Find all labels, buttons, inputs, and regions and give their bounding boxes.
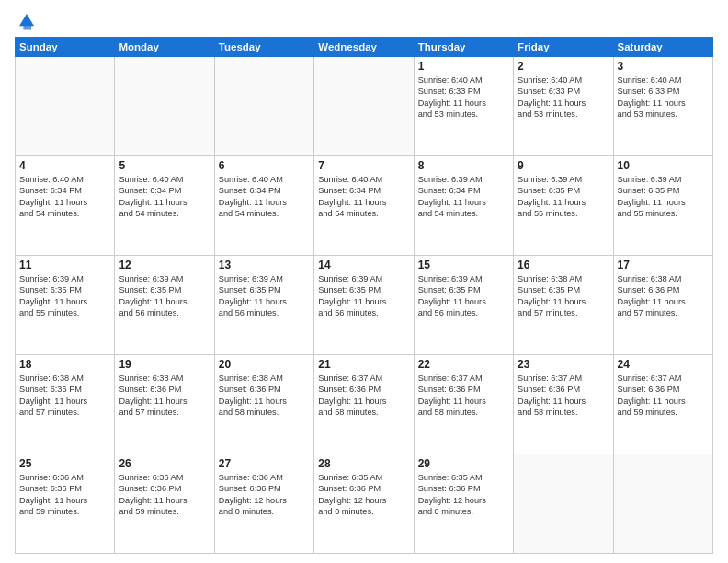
calendar-week-2: 4Sunrise: 6:40 AMSunset: 6:34 PMDaylight… — [16, 156, 713, 256]
day-number: 1 — [418, 60, 509, 73]
calendar-table: SundayMondayTuesdayWednesdayThursdayFrid… — [15, 37, 713, 554]
calendar-cell: 24Sunrise: 6:37 AMSunset: 6:36 PMDayligh… — [613, 355, 712, 454]
calendar-cell: 29Sunrise: 6:35 AMSunset: 6:36 PMDayligh… — [414, 454, 513, 554]
day-info: Sunrise: 6:40 AMSunset: 6:34 PMDaylight:… — [119, 174, 210, 220]
calendar-cell: 6Sunrise: 6:40 AMSunset: 6:34 PMDaylight… — [214, 156, 313, 256]
calendar-cell: 2Sunrise: 6:40 AMSunset: 6:33 PMDaylight… — [514, 57, 613, 156]
weekday-header-monday: Monday — [115, 38, 214, 57]
calendar-cell: 4Sunrise: 6:40 AMSunset: 6:34 PMDaylight… — [16, 156, 115, 256]
calendar-cell: 25Sunrise: 6:36 AMSunset: 6:36 PMDayligh… — [16, 454, 115, 554]
day-number: 29 — [418, 457, 509, 470]
calendar-cell: 12Sunrise: 6:39 AMSunset: 6:35 PMDayligh… — [115, 256, 214, 355]
day-info: Sunrise: 6:36 AMSunset: 6:36 PMDaylight:… — [119, 472, 210, 518]
weekday-header-friday: Friday — [514, 38, 613, 57]
weekday-header-thursday: Thursday — [414, 38, 513, 57]
calendar-cell — [314, 57, 414, 156]
day-info: Sunrise: 6:35 AMSunset: 6:36 PMDaylight:… — [418, 472, 509, 518]
day-info: Sunrise: 6:38 AMSunset: 6:36 PMDaylight:… — [219, 373, 310, 419]
day-info: Sunrise: 6:36 AMSunset: 6:36 PMDaylight:… — [19, 472, 110, 518]
day-info: Sunrise: 6:40 AMSunset: 6:33 PMDaylight:… — [618, 75, 709, 121]
day-info: Sunrise: 6:39 AMSunset: 6:35 PMDaylight:… — [418, 273, 509, 319]
weekday-header-tuesday: Tuesday — [214, 38, 313, 57]
day-number: 18 — [19, 358, 110, 371]
day-info: Sunrise: 6:35 AMSunset: 6:36 PMDaylight:… — [318, 472, 409, 518]
day-number: 22 — [418, 358, 509, 371]
calendar-cell — [16, 57, 115, 156]
day-number: 20 — [219, 358, 310, 371]
calendar-week-1: 1Sunrise: 6:40 AMSunset: 6:33 PMDaylight… — [16, 57, 713, 156]
calendar-cell: 22Sunrise: 6:37 AMSunset: 6:36 PMDayligh… — [414, 355, 513, 454]
day-info: Sunrise: 6:39 AMSunset: 6:35 PMDaylight:… — [518, 174, 609, 220]
day-number: 3 — [618, 60, 709, 73]
logo-icon — [17, 11, 37, 31]
day-number: 9 — [518, 159, 609, 172]
day-number: 16 — [518, 259, 609, 271]
day-info: Sunrise: 6:40 AMSunset: 6:34 PMDaylight:… — [19, 174, 110, 220]
calendar-cell — [613, 454, 712, 554]
weekday-header-saturday: Saturday — [613, 38, 712, 57]
day-number: 7 — [318, 159, 409, 172]
day-number: 4 — [19, 159, 110, 172]
day-number: 14 — [318, 259, 409, 271]
day-info: Sunrise: 6:40 AMSunset: 6:33 PMDaylight:… — [518, 75, 609, 121]
day-info: Sunrise: 6:39 AMSunset: 6:35 PMDaylight:… — [318, 273, 409, 319]
calendar-cell: 26Sunrise: 6:36 AMSunset: 6:36 PMDayligh… — [115, 454, 214, 554]
day-info: Sunrise: 6:39 AMSunset: 6:35 PMDaylight:… — [618, 174, 709, 220]
day-number: 11 — [19, 259, 110, 271]
day-number: 27 — [219, 457, 310, 470]
calendar-cell: 13Sunrise: 6:39 AMSunset: 6:35 PMDayligh… — [214, 256, 313, 355]
weekday-header-sunday: Sunday — [16, 38, 115, 57]
calendar-cell: 9Sunrise: 6:39 AMSunset: 6:35 PMDaylight… — [514, 156, 613, 256]
calendar-cell: 23Sunrise: 6:37 AMSunset: 6:36 PMDayligh… — [514, 355, 613, 454]
weekday-header-wednesday: Wednesday — [314, 38, 414, 57]
logo — [15, 11, 37, 31]
day-number: 13 — [219, 259, 310, 271]
calendar-cell: 11Sunrise: 6:39 AMSunset: 6:35 PMDayligh… — [16, 256, 115, 355]
calendar-week-5: 25Sunrise: 6:36 AMSunset: 6:36 PMDayligh… — [16, 454, 713, 554]
calendar-cell: 5Sunrise: 6:40 AMSunset: 6:34 PMDaylight… — [115, 156, 214, 256]
calendar-cell: 14Sunrise: 6:39 AMSunset: 6:35 PMDayligh… — [314, 256, 414, 355]
day-info: Sunrise: 6:37 AMSunset: 6:36 PMDaylight:… — [518, 373, 609, 419]
calendar-cell: 19Sunrise: 6:38 AMSunset: 6:36 PMDayligh… — [115, 355, 214, 454]
day-info: Sunrise: 6:39 AMSunset: 6:34 PMDaylight:… — [418, 174, 509, 220]
page-header — [15, 11, 713, 31]
day-number: 15 — [418, 259, 509, 271]
day-number: 24 — [618, 358, 709, 371]
day-info: Sunrise: 6:37 AMSunset: 6:36 PMDaylight:… — [418, 373, 509, 419]
day-info: Sunrise: 6:39 AMSunset: 6:35 PMDaylight:… — [219, 273, 310, 319]
day-info: Sunrise: 6:37 AMSunset: 6:36 PMDaylight:… — [318, 373, 409, 419]
day-info: Sunrise: 6:38 AMSunset: 6:36 PMDaylight:… — [119, 373, 210, 419]
calendar-cell: 17Sunrise: 6:38 AMSunset: 6:36 PMDayligh… — [613, 256, 712, 355]
calendar-cell: 18Sunrise: 6:38 AMSunset: 6:36 PMDayligh… — [16, 355, 115, 454]
weekday-header-row: SundayMondayTuesdayWednesdayThursdayFrid… — [16, 38, 713, 57]
day-number: 10 — [618, 159, 709, 172]
day-info: Sunrise: 6:39 AMSunset: 6:35 PMDaylight:… — [119, 273, 210, 319]
calendar-cell: 3Sunrise: 6:40 AMSunset: 6:33 PMDaylight… — [613, 57, 712, 156]
calendar-cell: 21Sunrise: 6:37 AMSunset: 6:36 PMDayligh… — [314, 355, 414, 454]
svg-marker-1 — [23, 23, 31, 29]
calendar-cell: 1Sunrise: 6:40 AMSunset: 6:33 PMDaylight… — [414, 57, 513, 156]
calendar-cell: 8Sunrise: 6:39 AMSunset: 6:34 PMDaylight… — [414, 156, 513, 256]
calendar-cell: 10Sunrise: 6:39 AMSunset: 6:35 PMDayligh… — [613, 156, 712, 256]
day-number: 23 — [518, 358, 609, 371]
day-info: Sunrise: 6:40 AMSunset: 6:34 PMDaylight:… — [219, 174, 310, 220]
day-number: 8 — [418, 159, 509, 172]
day-info: Sunrise: 6:40 AMSunset: 6:34 PMDaylight:… — [318, 174, 409, 220]
day-info: Sunrise: 6:38 AMSunset: 6:36 PMDaylight:… — [19, 373, 110, 419]
day-info: Sunrise: 6:38 AMSunset: 6:36 PMDaylight:… — [618, 273, 709, 319]
day-number: 12 — [119, 259, 210, 271]
day-info: Sunrise: 6:36 AMSunset: 6:36 PMDaylight:… — [219, 472, 310, 518]
calendar-cell: 27Sunrise: 6:36 AMSunset: 6:36 PMDayligh… — [214, 454, 313, 554]
day-number: 17 — [618, 259, 709, 271]
calendar-cell: 20Sunrise: 6:38 AMSunset: 6:36 PMDayligh… — [214, 355, 313, 454]
day-number: 28 — [318, 457, 409, 470]
day-number: 5 — [119, 159, 210, 172]
day-number: 6 — [219, 159, 310, 172]
calendar-cell — [514, 454, 613, 554]
day-number: 2 — [518, 60, 609, 73]
day-info: Sunrise: 6:38 AMSunset: 6:35 PMDaylight:… — [518, 273, 609, 319]
calendar-week-4: 18Sunrise: 6:38 AMSunset: 6:36 PMDayligh… — [16, 355, 713, 454]
calendar-cell: 28Sunrise: 6:35 AMSunset: 6:36 PMDayligh… — [314, 454, 414, 554]
day-number: 26 — [119, 457, 210, 470]
day-info: Sunrise: 6:39 AMSunset: 6:35 PMDaylight:… — [19, 273, 110, 319]
